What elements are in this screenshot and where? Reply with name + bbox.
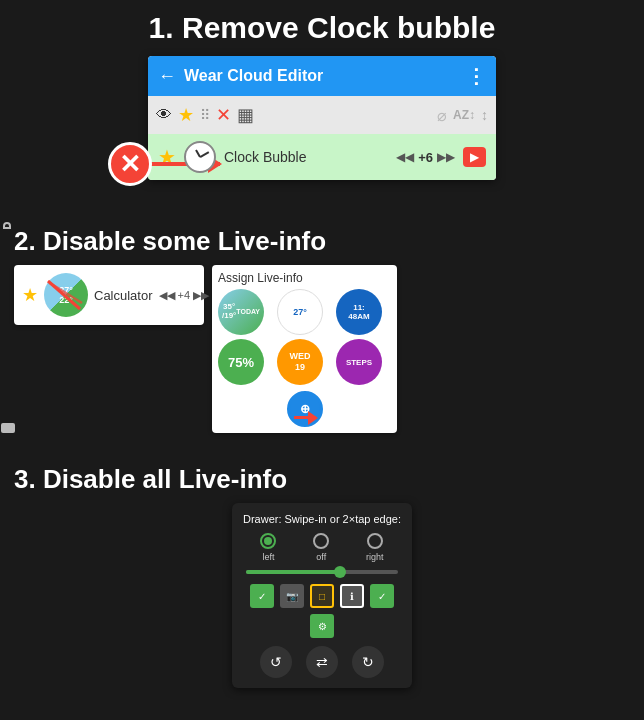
drawer-bottom-icons: ✓ 📷 □ ℹ ✓ ⚙ [242, 584, 402, 638]
live-icon-battery[interactable]: 75% [218, 339, 264, 385]
live-icon-steps[interactable]: STEPS [336, 339, 382, 385]
assign-live-info-card: Assign Live-info 35°/19°TODAY 27° 11:48A… [212, 265, 397, 433]
close-icon[interactable]: ✕ [216, 104, 231, 126]
live-info-left-card: ★ 27° 22° Calculator ◀◀ +4 ▶▶ [14, 265, 204, 325]
clock-bubble-label: Clock Bubble [224, 149, 388, 165]
assign-arrow [294, 413, 324, 423]
drawer-card-title: Drawer: Swipe-in or 2×tap edge: [242, 513, 402, 525]
svg-line-1 [50, 283, 82, 303]
drawer-option-right[interactable]: right [366, 533, 384, 562]
bottom-selection-row: ⊕ [218, 391, 391, 427]
info-icon[interactable]: ℹ [340, 584, 364, 608]
clock-bubble-icon [184, 141, 216, 173]
drawer-card: Drawer: Swipe-in or 2×tap edge: left off… [232, 503, 412, 688]
selected-box-icon[interactable]: □ [310, 584, 334, 608]
slider-thumb[interactable] [334, 566, 346, 578]
drawer-option-off[interactable]: off [313, 533, 329, 562]
camera-icon[interactable]: 📷 [280, 584, 304, 608]
drawer-action-row: ↺ ⇄ ↻ [242, 646, 402, 678]
section3-title: 3. Disable all Live-info [0, 460, 644, 499]
radio-left-label: left [262, 552, 274, 562]
youtube-icon[interactable]: ▶ [463, 147, 486, 167]
radio-off[interactable] [313, 533, 329, 549]
nav-right-icon[interactable]: ▶▶ [437, 150, 455, 164]
section2: 2. Disable some Live-info ★ 27° 22° Calc… [0, 222, 644, 433]
drawer-option-left[interactable]: left [260, 533, 276, 562]
eye-icon[interactable]: 👁 [156, 106, 172, 124]
live-plus-num: +4 [178, 289, 191, 301]
section1: 1. Remove Clock bubble ✕ ← Wear Cloud Ed… [0, 4, 644, 180]
section2-content: ★ 27° 22° Calculator ◀◀ +4 ▶▶ [0, 265, 644, 433]
faded-icon: ⌀ [437, 106, 447, 125]
section2-title: 2. Disable some Live-info [0, 222, 644, 261]
weather-icon: 27° 22° [44, 273, 88, 317]
star-icon[interactable]: ★ [178, 104, 194, 126]
radio-left[interactable] [260, 533, 276, 549]
live-icon-time[interactable]: 11:48AM [336, 289, 382, 335]
live-nav-controls: ◀◀ +4 ▶▶ [159, 289, 210, 302]
grid-icon[interactable]: ⠿ [200, 107, 210, 123]
nav-controls: ◀◀ +6 ▶▶ [396, 150, 455, 165]
action-icon-1[interactable]: ↺ [260, 646, 292, 678]
calculator-label: Calculator [94, 288, 153, 303]
live-nav-left[interactable]: ◀◀ [159, 289, 175, 302]
radio-right[interactable] [367, 533, 383, 549]
section3: 3. Disable all Live-info Drawer: Swipe-i… [0, 460, 644, 688]
live-icon-date[interactable]: WED19 [277, 339, 323, 385]
radio-off-label: off [316, 552, 326, 562]
remove-x-icon: ✕ [108, 142, 152, 186]
radio-right-label: right [366, 552, 384, 562]
check-icon-1[interactable]: ✓ [250, 584, 274, 608]
more-options-button[interactable]: ⋮ [466, 64, 486, 88]
live-icon-temp[interactable]: 27° [277, 289, 323, 335]
live-icon-weather[interactable]: 35°/19°TODAY [218, 289, 264, 335]
live-nav-right[interactable]: ▶▶ [193, 289, 209, 302]
toolbar-title: Wear Cloud Editor [184, 67, 466, 85]
wear-editor-toolbar: ← Wear Cloud Editor ⋮ [148, 56, 496, 96]
left-card-star-icon[interactable]: ★ [22, 284, 38, 306]
drawer-options: left off right [242, 533, 402, 562]
sort-arrows-icon[interactable]: ↕ [481, 107, 488, 123]
check-icon-2[interactable]: ✓ [370, 584, 394, 608]
disable-overlay [44, 273, 88, 317]
gear-icon[interactable]: ⚙ [310, 614, 334, 638]
app-grid-icon[interactable]: ▦ [237, 104, 254, 126]
assign-live-info-title: Assign Live-info [218, 271, 391, 285]
section1-title: 1. Remove Clock bubble [0, 4, 644, 52]
sort-az-icon[interactable]: AZ↕ [453, 108, 475, 122]
live-icons-grid: 35°/19°TODAY 27° 11:48AM 75% WED19 STEPS [218, 289, 391, 385]
action-icon-3[interactable]: ↻ [352, 646, 384, 678]
action-icon-2[interactable]: ⇄ [306, 646, 338, 678]
slider-fill [246, 570, 337, 574]
slider-track[interactable] [246, 570, 398, 574]
back-button[interactable]: ← [158, 66, 176, 87]
nav-left-icon[interactable]: ◀◀ [396, 150, 414, 164]
icons-row: 👁 ★ ⠿ ✕ ▦ ⌀ AZ↕ ↕ [148, 96, 496, 134]
plus-number: +6 [418, 150, 433, 165]
wear-editor-card: ← Wear Cloud Editor ⋮ 👁 ★ ⠿ ✕ ▦ ⌀ AZ↕ ↕ … [148, 56, 496, 180]
